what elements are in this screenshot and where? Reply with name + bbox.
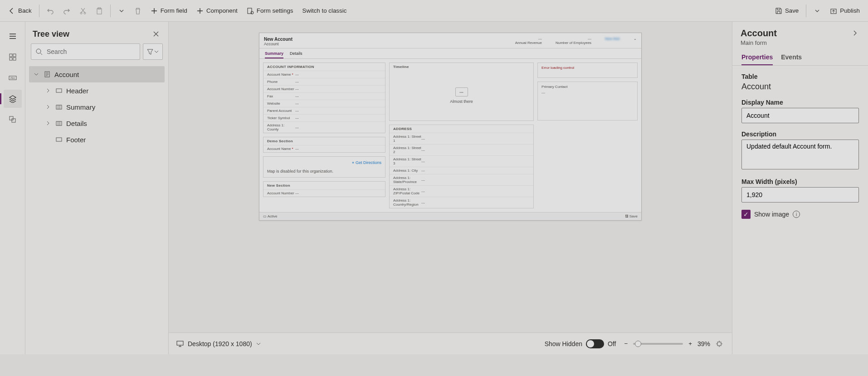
undo-button[interactable] bbox=[42, 5, 59, 17]
section-timeline[interactable]: Timeline Almost there bbox=[389, 63, 534, 121]
svg-rect-4 bbox=[248, 8, 252, 14]
display-name-label: Display Name bbox=[741, 99, 859, 106]
undo-icon bbox=[47, 7, 54, 14]
save-button[interactable]: Save bbox=[770, 5, 803, 17]
chevron-down-icon bbox=[154, 49, 159, 54]
svg-rect-22 bbox=[717, 342, 721, 346]
back-button[interactable]: Back bbox=[4, 5, 36, 17]
rail-library[interactable] bbox=[4, 111, 22, 129]
svg-rect-19 bbox=[56, 121, 62, 125]
switch-classic-button[interactable]: Switch to classic bbox=[298, 5, 351, 17]
tab-icon bbox=[55, 104, 63, 110]
filter-icon bbox=[147, 48, 153, 55]
display-name-input[interactable] bbox=[741, 108, 859, 123]
show-image-checkbox[interactable]: ✓ bbox=[741, 210, 751, 219]
section-map[interactable]: Get Directions Map is disabled for this … bbox=[263, 156, 385, 178]
tree-node-summary[interactable]: Summary bbox=[29, 99, 165, 115]
save-icon bbox=[775, 7, 782, 14]
show-image-label: Show image bbox=[754, 211, 789, 218]
svg-rect-17 bbox=[56, 89, 62, 92]
delete-button[interactable] bbox=[130, 5, 146, 17]
save-label: Save bbox=[785, 7, 799, 14]
show-hidden-state: Off bbox=[608, 340, 616, 347]
form-preview[interactable]: New Account Account ---Annual Revenue --… bbox=[259, 33, 642, 221]
description-label: Description bbox=[741, 130, 859, 138]
tree-node-label: Account bbox=[54, 71, 79, 78]
tree-node-header[interactable]: Header bbox=[29, 82, 165, 99]
switch-classic-label: Switch to classic bbox=[302, 7, 347, 14]
save-dropdown[interactable] bbox=[809, 5, 825, 17]
form-settings-label: Form settings bbox=[257, 7, 293, 14]
section-address[interactable]: ADDRESS Address 1: Street 1--- Address 1… bbox=[389, 125, 534, 208]
map-disabled-msg: Map is disabled for this organization. bbox=[267, 165, 381, 174]
tree-node-details[interactable]: Details bbox=[29, 115, 165, 131]
form-field-button[interactable]: Form field bbox=[146, 5, 192, 17]
plus-icon bbox=[196, 7, 204, 14]
redo-button[interactable] bbox=[59, 5, 75, 17]
tree-title: Tree view bbox=[33, 29, 69, 39]
layers-icon bbox=[9, 95, 17, 103]
form-settings-icon bbox=[247, 7, 254, 14]
tree-node-account[interactable]: Account bbox=[29, 66, 165, 82]
library-icon bbox=[9, 116, 17, 124]
prop-collapse-button[interactable] bbox=[850, 28, 860, 38]
publish-icon bbox=[830, 7, 837, 14]
status-bar: Desktop (1920 x 1080) Show Hidden Off − … bbox=[169, 333, 732, 354]
max-width-label: Max Width (pixels) bbox=[741, 178, 859, 185]
rail-fields[interactable]: Abc bbox=[4, 69, 22, 87]
show-hidden-toggle[interactable] bbox=[586, 339, 604, 348]
publish-label: Publish bbox=[840, 7, 860, 14]
tab-properties[interactable]: Properties bbox=[741, 53, 773, 65]
preview-tab-summary[interactable]: Summary bbox=[265, 51, 283, 58]
preview-tab-details[interactable]: Details bbox=[290, 51, 302, 58]
delete-icon bbox=[134, 7, 141, 14]
rail-tree-view[interactable] bbox=[4, 90, 22, 108]
back-label: Back bbox=[18, 7, 32, 14]
preview-footer-save[interactable]: Save bbox=[625, 214, 638, 218]
device-selector[interactable]: Desktop (1920 x 1080) bbox=[176, 340, 261, 348]
search-input[interactable] bbox=[31, 43, 140, 60]
paste-dropdown[interactable] bbox=[113, 5, 130, 17]
rail-components[interactable] bbox=[4, 48, 22, 66]
separator bbox=[39, 5, 39, 17]
prop-subtitle: Main form bbox=[741, 39, 777, 46]
error-loading-control: Error loading control bbox=[537, 63, 638, 78]
info-icon[interactable]: i bbox=[793, 211, 800, 218]
table-value: Account bbox=[741, 82, 859, 92]
properties-panel: Account Main form Properties Events Tabl… bbox=[732, 22, 868, 354]
rail-hamburger[interactable] bbox=[4, 27, 22, 45]
zoom-slider[interactable] bbox=[633, 343, 683, 345]
component-button[interactable]: Component bbox=[192, 5, 242, 17]
chevron-down-icon bbox=[256, 341, 261, 347]
get-directions-link[interactable]: Get Directions bbox=[352, 160, 381, 165]
preview-header-chevron[interactable]: ⌄ bbox=[634, 37, 637, 45]
max-width-input[interactable] bbox=[741, 187, 859, 202]
zoom-in-button[interactable]: + bbox=[687, 338, 694, 349]
chevron-down-icon bbox=[33, 72, 40, 77]
paste-button[interactable] bbox=[91, 5, 107, 17]
section-demo[interactable]: Demo Section Account Name*--- bbox=[263, 137, 385, 153]
cut-button[interactable] bbox=[75, 5, 91, 17]
prop-title: Account bbox=[741, 28, 777, 39]
tree-close-button[interactable] bbox=[151, 29, 161, 39]
hamburger-icon bbox=[9, 32, 17, 40]
svg-rect-13 bbox=[10, 116, 13, 120]
zoom-out-button[interactable]: − bbox=[622, 338, 629, 349]
svg-rect-9 bbox=[10, 58, 12, 60]
filter-button[interactable] bbox=[143, 43, 163, 60]
publish-button[interactable]: Publish bbox=[825, 5, 864, 17]
svg-rect-18 bbox=[56, 105, 62, 109]
hdr-employees-label: Number of Employees bbox=[556, 41, 591, 45]
description-textarea[interactable] bbox=[741, 140, 859, 169]
fit-to-screen-button[interactable] bbox=[714, 338, 725, 349]
section-account-information[interactable]: ACCOUNT INFORMATION Account Name*--- Pho… bbox=[263, 63, 385, 133]
hdr-new-label: New this! bbox=[605, 37, 620, 41]
form-settings-button[interactable]: Form settings bbox=[242, 5, 298, 17]
close-icon bbox=[153, 31, 159, 37]
section-primary-contact[interactable]: Primary Contact --- bbox=[537, 82, 638, 121]
tree-node-footer[interactable]: Footer bbox=[29, 131, 165, 148]
tree-panel: Tree view Account Header bbox=[25, 22, 169, 354]
tab-events[interactable]: Events bbox=[781, 53, 802, 65]
arrow-left-icon bbox=[8, 7, 15, 14]
section-new[interactable]: New Section Account Number--- bbox=[263, 181, 385, 197]
